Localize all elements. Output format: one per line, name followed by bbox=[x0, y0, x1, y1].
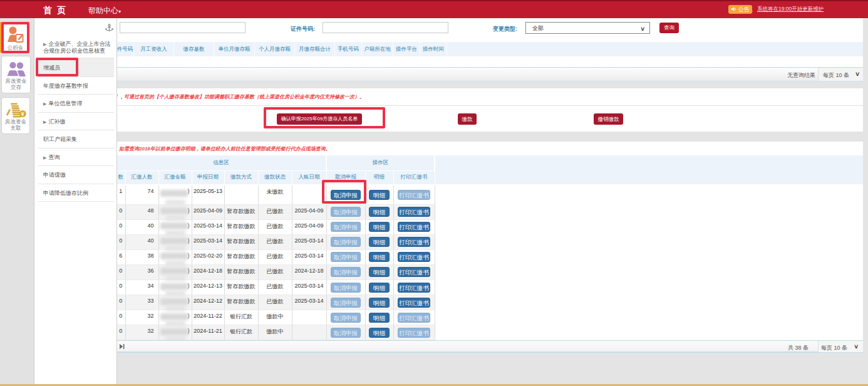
svg-text:¥: ¥ bbox=[21, 111, 24, 117]
